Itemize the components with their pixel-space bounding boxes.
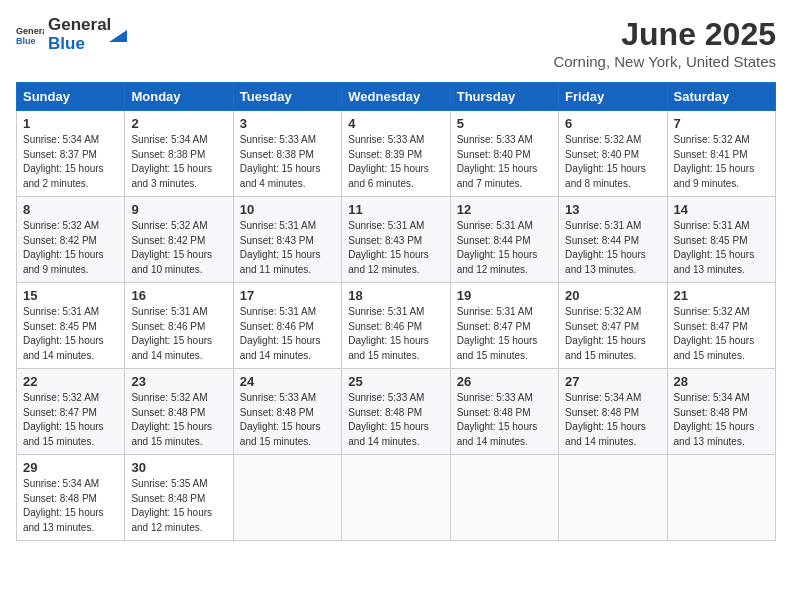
calendar-cell: 21Sunrise: 5:32 AMSunset: 8:47 PMDayligh…: [667, 283, 775, 369]
day-info: Sunrise: 5:34 AMSunset: 8:48 PMDaylight:…: [565, 391, 660, 449]
day-info: Sunrise: 5:31 AMSunset: 8:44 PMDaylight:…: [565, 219, 660, 277]
day-info: Sunrise: 5:33 AMSunset: 8:40 PMDaylight:…: [457, 133, 552, 191]
day-info: Sunrise: 5:34 AMSunset: 8:37 PMDaylight:…: [23, 133, 118, 191]
day-number: 18: [348, 288, 443, 303]
day-number: 23: [131, 374, 226, 389]
calendar-cell: 1Sunrise: 5:34 AMSunset: 8:37 PMDaylight…: [17, 111, 125, 197]
day-number: 19: [457, 288, 552, 303]
day-info: Sunrise: 5:33 AMSunset: 8:48 PMDaylight:…: [240, 391, 335, 449]
day-number: 14: [674, 202, 769, 217]
day-info: Sunrise: 5:31 AMSunset: 8:46 PMDaylight:…: [348, 305, 443, 363]
calendar-cell: 3Sunrise: 5:33 AMSunset: 8:38 PMDaylight…: [233, 111, 341, 197]
calendar-cell: 19Sunrise: 5:31 AMSunset: 8:47 PMDayligh…: [450, 283, 558, 369]
day-info: Sunrise: 5:32 AMSunset: 8:42 PMDaylight:…: [23, 219, 118, 277]
logo-icon: General Blue: [16, 21, 44, 49]
day-info: Sunrise: 5:31 AMSunset: 8:43 PMDaylight:…: [240, 219, 335, 277]
calendar-cell: [559, 455, 667, 541]
day-info: Sunrise: 5:32 AMSunset: 8:47 PMDaylight:…: [23, 391, 118, 449]
calendar-week-row: 22Sunrise: 5:32 AMSunset: 8:47 PMDayligh…: [17, 369, 776, 455]
day-info: Sunrise: 5:31 AMSunset: 8:45 PMDaylight:…: [674, 219, 769, 277]
day-number: 2: [131, 116, 226, 131]
calendar-cell: 8Sunrise: 5:32 AMSunset: 8:42 PMDaylight…: [17, 197, 125, 283]
day-info: Sunrise: 5:32 AMSunset: 8:48 PMDaylight:…: [131, 391, 226, 449]
calendar-cell: 22Sunrise: 5:32 AMSunset: 8:47 PMDayligh…: [17, 369, 125, 455]
day-info: Sunrise: 5:34 AMSunset: 8:38 PMDaylight:…: [131, 133, 226, 191]
logo: General Blue General Blue: [16, 16, 127, 53]
day-info: Sunrise: 5:34 AMSunset: 8:48 PMDaylight:…: [23, 477, 118, 535]
svg-marker-3: [109, 30, 127, 42]
calendar-cell: 15Sunrise: 5:31 AMSunset: 8:45 PMDayligh…: [17, 283, 125, 369]
day-number: 22: [23, 374, 118, 389]
svg-text:General: General: [16, 25, 44, 35]
calendar-cell: 13Sunrise: 5:31 AMSunset: 8:44 PMDayligh…: [559, 197, 667, 283]
day-info: Sunrise: 5:33 AMSunset: 8:48 PMDaylight:…: [457, 391, 552, 449]
calendar-cell: 28Sunrise: 5:34 AMSunset: 8:48 PMDayligh…: [667, 369, 775, 455]
page-header: General Blue General Blue June 2025 Corn…: [16, 16, 776, 70]
day-info: Sunrise: 5:32 AMSunset: 8:42 PMDaylight:…: [131, 219, 226, 277]
calendar-cell: [342, 455, 450, 541]
day-number: 8: [23, 202, 118, 217]
calendar-cell: 16Sunrise: 5:31 AMSunset: 8:46 PMDayligh…: [125, 283, 233, 369]
header-tuesday: Tuesday: [233, 83, 341, 111]
day-number: 24: [240, 374, 335, 389]
day-info: Sunrise: 5:32 AMSunset: 8:40 PMDaylight:…: [565, 133, 660, 191]
calendar-cell: 23Sunrise: 5:32 AMSunset: 8:48 PMDayligh…: [125, 369, 233, 455]
svg-text:Blue: Blue: [16, 36, 36, 46]
day-number: 28: [674, 374, 769, 389]
day-info: Sunrise: 5:31 AMSunset: 8:45 PMDaylight:…: [23, 305, 118, 363]
title-block: June 2025 Corning, New York, United Stat…: [553, 16, 776, 70]
day-number: 11: [348, 202, 443, 217]
calendar-cell: 4Sunrise: 5:33 AMSunset: 8:39 PMDaylight…: [342, 111, 450, 197]
calendar-cell: 24Sunrise: 5:33 AMSunset: 8:48 PMDayligh…: [233, 369, 341, 455]
calendar-cell: 29Sunrise: 5:34 AMSunset: 8:48 PMDayligh…: [17, 455, 125, 541]
day-number: 4: [348, 116, 443, 131]
day-info: Sunrise: 5:33 AMSunset: 8:48 PMDaylight:…: [348, 391, 443, 449]
calendar-cell: [667, 455, 775, 541]
day-number: 26: [457, 374, 552, 389]
calendar-header-row: SundayMondayTuesdayWednesdayThursdayFrid…: [17, 83, 776, 111]
calendar-cell: 30Sunrise: 5:35 AMSunset: 8:48 PMDayligh…: [125, 455, 233, 541]
day-number: 27: [565, 374, 660, 389]
day-info: Sunrise: 5:31 AMSunset: 8:46 PMDaylight:…: [131, 305, 226, 363]
calendar-week-row: 8Sunrise: 5:32 AMSunset: 8:42 PMDaylight…: [17, 197, 776, 283]
calendar-cell: 20Sunrise: 5:32 AMSunset: 8:47 PMDayligh…: [559, 283, 667, 369]
day-number: 7: [674, 116, 769, 131]
month-title: June 2025: [553, 16, 776, 53]
day-info: Sunrise: 5:31 AMSunset: 8:47 PMDaylight:…: [457, 305, 552, 363]
day-number: 10: [240, 202, 335, 217]
day-number: 25: [348, 374, 443, 389]
day-number: 15: [23, 288, 118, 303]
day-number: 3: [240, 116, 335, 131]
header-sunday: Sunday: [17, 83, 125, 111]
day-info: Sunrise: 5:35 AMSunset: 8:48 PMDaylight:…: [131, 477, 226, 535]
calendar-cell: 12Sunrise: 5:31 AMSunset: 8:44 PMDayligh…: [450, 197, 558, 283]
calendar-cell: 2Sunrise: 5:34 AMSunset: 8:38 PMDaylight…: [125, 111, 233, 197]
day-number: 30: [131, 460, 226, 475]
header-thursday: Thursday: [450, 83, 558, 111]
day-number: 16: [131, 288, 226, 303]
logo-general-text: General: [48, 16, 111, 35]
day-number: 5: [457, 116, 552, 131]
day-info: Sunrise: 5:32 AMSunset: 8:47 PMDaylight:…: [674, 305, 769, 363]
calendar-table: SundayMondayTuesdayWednesdayThursdayFrid…: [16, 82, 776, 541]
day-number: 12: [457, 202, 552, 217]
location-title: Corning, New York, United States: [553, 53, 776, 70]
day-info: Sunrise: 5:32 AMSunset: 8:41 PMDaylight:…: [674, 133, 769, 191]
calendar-cell: [450, 455, 558, 541]
calendar-cell: 27Sunrise: 5:34 AMSunset: 8:48 PMDayligh…: [559, 369, 667, 455]
day-number: 17: [240, 288, 335, 303]
day-info: Sunrise: 5:31 AMSunset: 8:43 PMDaylight:…: [348, 219, 443, 277]
header-monday: Monday: [125, 83, 233, 111]
calendar-cell: 14Sunrise: 5:31 AMSunset: 8:45 PMDayligh…: [667, 197, 775, 283]
header-saturday: Saturday: [667, 83, 775, 111]
calendar-week-row: 15Sunrise: 5:31 AMSunset: 8:45 PMDayligh…: [17, 283, 776, 369]
logo-triangle-icon: [109, 20, 127, 42]
day-number: 13: [565, 202, 660, 217]
day-info: Sunrise: 5:32 AMSunset: 8:47 PMDaylight:…: [565, 305, 660, 363]
day-info: Sunrise: 5:33 AMSunset: 8:38 PMDaylight:…: [240, 133, 335, 191]
calendar-cell: 11Sunrise: 5:31 AMSunset: 8:43 PMDayligh…: [342, 197, 450, 283]
day-number: 21: [674, 288, 769, 303]
calendar-cell: 7Sunrise: 5:32 AMSunset: 8:41 PMDaylight…: [667, 111, 775, 197]
day-number: 20: [565, 288, 660, 303]
calendar-cell: 25Sunrise: 5:33 AMSunset: 8:48 PMDayligh…: [342, 369, 450, 455]
